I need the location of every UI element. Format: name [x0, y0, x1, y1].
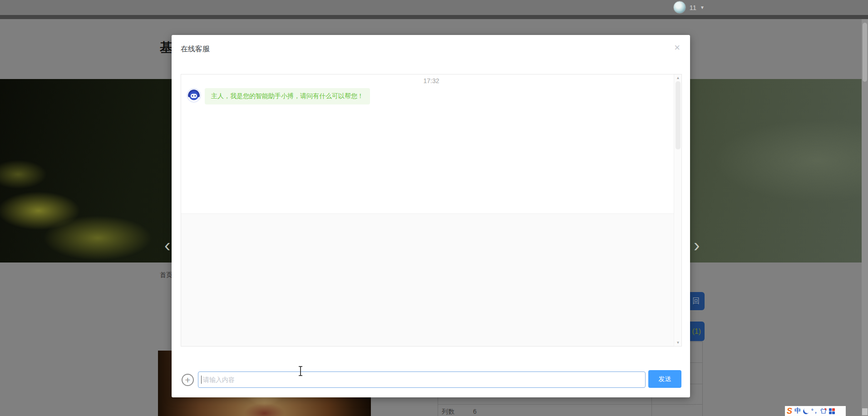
- carousel-next-icon[interactable]: ›: [694, 237, 700, 253]
- nav-divider: [0, 15, 868, 19]
- close-icon[interactable]: ×: [674, 43, 680, 53]
- chevron-down-icon[interactable]: ▼: [700, 5, 705, 10]
- ime-language-icon[interactable]: 中: [794, 407, 801, 415]
- table-border: [438, 404, 703, 405]
- browser-scrollbar[interactable]: [862, 19, 868, 416]
- spec-label: 列数: [442, 408, 454, 416]
- customer-service-dialog: 在线客服 × 17:32 主人，我是您的智能助手小搏，请问有什么可以帮您！: [172, 35, 690, 397]
- screen: 11 ▼ 基于SpringBoot的图书馆在线占座系统 ‹ › 首页 列数 6 …: [0, 0, 868, 416]
- bot-message-bubble: 主人，我是您的智能助手小搏，请问有什么可以帮您！: [205, 88, 370, 104]
- scroll-down-icon[interactable]: ▼: [674, 341, 682, 345]
- breadcrumb[interactable]: 首页: [160, 271, 173, 279]
- chat-scrollbar-thumb[interactable]: [676, 81, 681, 149]
- chat-scrollbar[interactable]: ▲ ▼: [674, 74, 681, 346]
- scroll-up-icon[interactable]: ▲: [674, 76, 682, 80]
- ime-toolbox-icon[interactable]: [829, 408, 835, 414]
- attach-plus-icon[interactable]: +: [182, 374, 194, 386]
- ibeam-cursor: [297, 366, 304, 376]
- ime-fullhalf-moon-icon[interactable]: [803, 408, 809, 414]
- ime-skin-shirt-icon[interactable]: [820, 408, 827, 414]
- ime-punctuation-icon[interactable]: °，: [811, 407, 818, 415]
- text-caret: [201, 376, 202, 384]
- table-border: [702, 342, 703, 416]
- scrollbar-thumb[interactable]: [863, 23, 867, 82]
- user-menu[interactable]: 11 ▼: [673, 1, 705, 14]
- sogou-logo-icon[interactable]: S: [787, 406, 792, 416]
- chat-panel-lower-area: [181, 213, 681, 346]
- robot-avatar-icon: [187, 88, 201, 103]
- carousel-prev-icon[interactable]: ‹: [164, 237, 170, 253]
- dialog-title: 在线客服: [181, 45, 210, 54]
- message-timestamp: 17:32: [181, 77, 681, 84]
- scrollbar-corner: [862, 408, 868, 415]
- user-count-label: 11: [690, 4, 697, 11]
- avatar[interactable]: [673, 1, 686, 14]
- chat-history-panel: 17:32 主人，我是您的智能助手小搏，请问有什么可以帮您！ ▲ ▼: [181, 74, 682, 347]
- send-button[interactable]: 发送: [648, 370, 681, 388]
- bot-message-row: 主人，我是您的智能助手小搏，请问有什么可以帮您！: [187, 88, 370, 104]
- message-input[interactable]: [198, 371, 646, 388]
- topbar: 11 ▼: [0, 0, 868, 15]
- spec-value: 6: [473, 408, 477, 415]
- ime-toolbar[interactable]: S 中 °，: [785, 406, 846, 416]
